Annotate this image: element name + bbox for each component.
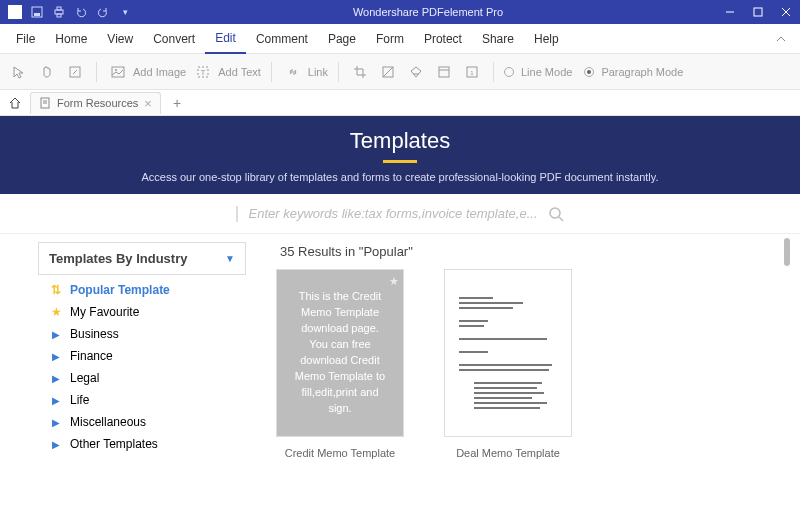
qat-dropdown-icon[interactable]: ▾ <box>118 5 132 19</box>
document-tabbar: Form Resources × + <box>0 90 800 116</box>
redo-icon[interactable] <box>96 5 110 19</box>
template-title: Credit Memo Template <box>276 447 404 459</box>
arrow-right-icon: ▶ <box>50 373 62 384</box>
arrow-right-icon: ▶ <box>50 351 62 362</box>
arrow-right-icon: ▶ <box>50 417 62 428</box>
menu-share[interactable]: Share <box>472 24 524 54</box>
menu-convert[interactable]: Convert <box>143 24 205 54</box>
svg-line-23 <box>559 217 563 221</box>
category-label: Other Templates <box>70 437 158 451</box>
hero-title: Templates <box>0 128 800 154</box>
category-finance[interactable]: ▶Finance <box>38 345 246 367</box>
close-tab-icon[interactable]: × <box>144 96 152 111</box>
home-tab-icon[interactable] <box>6 94 24 112</box>
menu-file[interactable]: File <box>6 24 45 54</box>
header-icon[interactable] <box>433 61 455 83</box>
sidebar-header[interactable]: Templates By Industry ▼ <box>38 242 246 275</box>
menu-comment[interactable]: Comment <box>246 24 318 54</box>
add-image-label: Add Image <box>133 66 186 78</box>
minimize-button[interactable] <box>716 0 744 24</box>
close-button[interactable] <box>772 0 800 24</box>
search-input[interactable]: Enter keywords like:tax forms,invoice te… <box>236 206 563 222</box>
template-preview-text: This is the Credit Memo Template downloa… <box>291 289 389 417</box>
favourite-icon[interactable]: ★ <box>389 274 399 290</box>
watermark-icon[interactable] <box>377 61 399 83</box>
line-mode-radio[interactable]: Line Mode <box>504 66 572 78</box>
paragraph-mode-label: Paragraph Mode <box>601 66 683 78</box>
search-placeholder: Enter keywords like:tax forms,invoice te… <box>248 206 537 221</box>
hero-underline <box>383 160 417 163</box>
menu-protect[interactable]: Protect <box>414 24 472 54</box>
category-label: My Favourite <box>70 305 139 319</box>
hand-tool-icon[interactable] <box>36 61 58 83</box>
menu-edit[interactable]: Edit <box>205 24 246 54</box>
svg-rect-10 <box>112 67 124 77</box>
category-label: Life <box>70 393 89 407</box>
svg-text:T: T <box>201 68 206 77</box>
svg-rect-15 <box>439 67 449 77</box>
category-label: Miscellaneous <box>70 415 146 429</box>
menu-view[interactable]: View <box>97 24 143 54</box>
svg-rect-4 <box>57 14 61 17</box>
image-icon <box>107 61 129 83</box>
crop-icon[interactable] <box>349 61 371 83</box>
category-legal[interactable]: ▶Legal <box>38 367 246 389</box>
quick-access-toolbar: ▾ <box>0 5 140 19</box>
select-tool-icon[interactable] <box>8 61 30 83</box>
edit-tool-icon[interactable] <box>64 61 86 83</box>
add-text-label: Add Text <box>218 66 261 78</box>
svg-point-22 <box>550 208 560 218</box>
results-grid: ★ This is the Credit Memo Template downl… <box>276 269 762 459</box>
menu-help[interactable]: Help <box>524 24 569 54</box>
window-controls <box>716 0 800 24</box>
category-popular[interactable]: ⇅Popular Template <box>38 279 246 301</box>
document-icon <box>39 97 51 109</box>
svg-rect-2 <box>55 10 63 14</box>
category-list: ⇅Popular Template ★My Favourite ▶Busines… <box>38 275 246 459</box>
link-button[interactable]: Link <box>282 61 328 83</box>
save-icon[interactable] <box>30 5 44 19</box>
window-title: Wondershare PDFelement Pro <box>140 6 716 18</box>
content-area: Templates Access our one-stop library of… <box>0 116 800 516</box>
menu-form[interactable]: Form <box>366 24 414 54</box>
ribbon-separator <box>338 62 339 82</box>
ribbon-separator <box>493 62 494 82</box>
undo-icon[interactable] <box>74 5 88 19</box>
new-tab-button[interactable]: + <box>167 95 187 111</box>
collapse-ribbon-icon[interactable] <box>768 34 794 44</box>
svg-rect-6 <box>754 8 762 16</box>
category-label: Finance <box>70 349 113 363</box>
category-favourite[interactable]: ★My Favourite <box>38 301 246 323</box>
results-area: Templates By Industry ▼ ⇅Popular Templat… <box>0 234 800 516</box>
template-card[interactable]: ★ This is the Credit Memo Template downl… <box>276 269 404 459</box>
titlebar: ▾ Wondershare PDFelement Pro <box>0 0 800 24</box>
add-text-button[interactable]: T Add Text <box>192 61 261 83</box>
menu-home[interactable]: Home <box>45 24 97 54</box>
template-thumbnail <box>444 269 572 437</box>
maximize-button[interactable] <box>744 0 772 24</box>
background-icon[interactable] <box>405 61 427 83</box>
search-icon[interactable] <box>548 206 564 222</box>
print-icon[interactable] <box>52 5 66 19</box>
sidebar-header-label: Templates By Industry <box>49 251 187 266</box>
ribbon-separator <box>271 62 272 82</box>
category-business[interactable]: ▶Business <box>38 323 246 345</box>
template-card[interactable]: Deal Memo Template <box>444 269 572 459</box>
paragraph-mode-radio[interactable]: Paragraph Mode <box>584 66 683 78</box>
category-miscellaneous[interactable]: ▶Miscellaneous <box>38 411 246 433</box>
category-life[interactable]: ▶Life <box>38 389 246 411</box>
category-label: Legal <box>70 371 99 385</box>
line-mode-label: Line Mode <box>521 66 572 78</box>
bates-icon[interactable]: 1 <box>461 61 483 83</box>
category-other[interactable]: ▶Other Templates <box>38 433 246 455</box>
scrollbar-thumb[interactable] <box>784 238 790 266</box>
radio-icon <box>584 67 594 77</box>
svg-rect-3 <box>57 7 61 10</box>
results-label: Results in "Popular" <box>294 244 412 259</box>
add-image-button[interactable]: Add Image <box>107 61 186 83</box>
template-title: Deal Memo Template <box>444 447 572 459</box>
results-count: 35 <box>280 244 294 259</box>
hero-banner: Templates Access our one-stop library of… <box>0 116 800 194</box>
tab-form-resources[interactable]: Form Resources × <box>30 92 161 114</box>
menu-page[interactable]: Page <box>318 24 366 54</box>
